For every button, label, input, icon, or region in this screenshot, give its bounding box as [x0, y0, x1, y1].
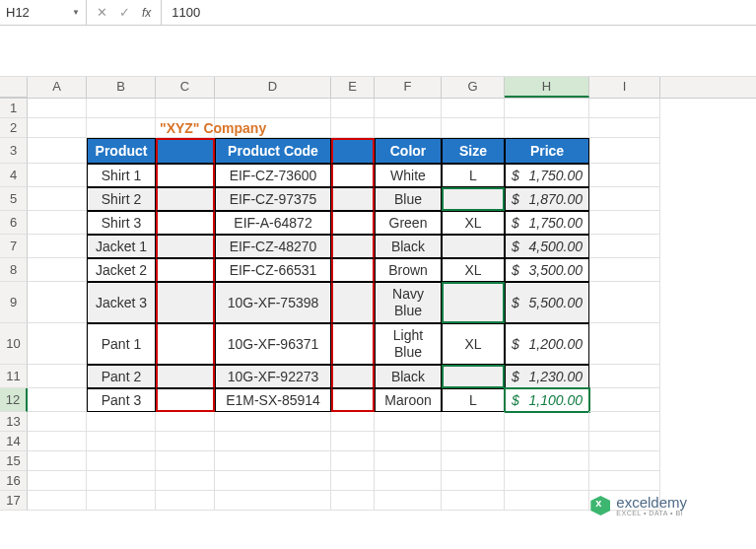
cell-I3[interactable]	[589, 138, 660, 164]
col-header-E[interactable]: E	[331, 77, 375, 98]
cell-G15[interactable]	[442, 451, 505, 471]
color-cell[interactable]: Blue	[375, 187, 442, 211]
cell-G17[interactable]	[442, 491, 505, 511]
cell-A9[interactable]	[28, 282, 87, 323]
cell-F14[interactable]	[375, 432, 442, 451]
cell-A15[interactable]	[28, 451, 87, 471]
cell-C15[interactable]	[156, 451, 215, 471]
row-header-5[interactable]: 5	[0, 187, 28, 211]
company-title[interactable]: "XYZ" Company	[156, 118, 215, 138]
empty-e-cell[interactable]	[331, 282, 375, 323]
cell-C17[interactable]	[156, 491, 215, 511]
cell-F13[interactable]	[375, 412, 442, 432]
row-header-12[interactable]: 12	[0, 388, 28, 412]
color-cell[interactable]: Black	[375, 235, 442, 258]
color-cell[interactable]: Navy Blue	[375, 282, 442, 323]
cell-I2[interactable]	[589, 118, 660, 138]
cell-G1[interactable]	[442, 99, 505, 118]
cell-E15[interactable]	[331, 451, 375, 471]
empty-e-cell[interactable]	[331, 211, 375, 235]
empty-c-cell[interactable]	[156, 388, 215, 412]
cell-B2[interactable]	[87, 118, 156, 138]
empty-e-cell[interactable]	[331, 323, 375, 365]
product-cell[interactable]: Shirt 1	[87, 164, 156, 187]
table-header-D[interactable]: Product Code	[215, 138, 331, 164]
price-cell[interactable]: $1,870.00	[505, 187, 589, 211]
row-header-7[interactable]: 7	[0, 235, 28, 258]
col-header-H[interactable]: H	[505, 77, 589, 98]
cell-A1[interactable]	[28, 99, 87, 118]
cell-B1[interactable]	[87, 99, 156, 118]
cell-C13[interactable]	[156, 412, 215, 432]
row-header-1[interactable]: 1	[0, 99, 28, 118]
row-header-6[interactable]: 6	[0, 211, 28, 235]
color-cell[interactable]: Light Blue	[375, 323, 442, 365]
price-cell[interactable]: $1,200.00	[505, 323, 589, 365]
color-cell[interactable]: Green	[375, 211, 442, 235]
cell-H14[interactable]	[505, 432, 589, 451]
cell-A2[interactable]	[28, 118, 87, 138]
cell-A14[interactable]	[28, 432, 87, 451]
code-cell[interactable]: 10G-XF-92273	[215, 365, 331, 388]
product-cell[interactable]: Pant 3	[87, 388, 156, 412]
cell-G13[interactable]	[442, 412, 505, 432]
row-header-14[interactable]: 14	[0, 432, 28, 451]
cell-A5[interactable]	[28, 187, 87, 211]
empty-c-cell[interactable]	[156, 365, 215, 388]
cell-G14[interactable]	[442, 432, 505, 451]
empty-e-cell[interactable]	[331, 187, 375, 211]
cell-A8[interactable]	[28, 258, 87, 282]
cell-I16[interactable]	[589, 471, 660, 491]
cancel-icon[interactable]: ✕	[97, 5, 107, 20]
col-header-I[interactable]: I	[589, 77, 660, 98]
row-header-8[interactable]: 8	[0, 258, 28, 282]
row-header-11[interactable]: 11	[0, 365, 28, 388]
cell-A6[interactable]	[28, 211, 87, 235]
cell-F1[interactable]	[375, 99, 442, 118]
cell-C1[interactable]	[156, 99, 215, 118]
product-cell[interactable]: Pant 1	[87, 323, 156, 365]
row-header-4[interactable]: 4	[0, 164, 28, 187]
cell-D14[interactable]	[215, 432, 331, 451]
cell-I5[interactable]	[589, 187, 660, 211]
cell-E13[interactable]	[331, 412, 375, 432]
cell-A11[interactable]	[28, 365, 87, 388]
cell-I1[interactable]	[589, 99, 660, 118]
product-cell[interactable]: Jacket 3	[87, 282, 156, 323]
table-header-G[interactable]: Size	[442, 138, 505, 164]
cell-D16[interactable]	[215, 471, 331, 491]
name-box[interactable]: H12 ▼	[0, 0, 87, 25]
product-cell[interactable]: Jacket 2	[87, 258, 156, 282]
cell-F15[interactable]	[375, 451, 442, 471]
price-cell[interactable]: $1,750.00	[505, 211, 589, 235]
row-header-13[interactable]: 13	[0, 412, 28, 432]
cell-H2[interactable]	[505, 118, 589, 138]
empty-e-cell[interactable]	[331, 388, 375, 412]
cell-I10[interactable]	[589, 323, 660, 365]
cell-F2[interactable]	[375, 118, 442, 138]
size-cell[interactable]	[442, 187, 505, 211]
row-header-16[interactable]: 16	[0, 471, 28, 491]
price-cell[interactable]: $1,750.00	[505, 164, 589, 187]
cell-H1[interactable]	[505, 99, 589, 118]
code-cell[interactable]: E1M-SX-85914	[215, 388, 331, 412]
price-cell[interactable]: $1,230.00	[505, 365, 589, 388]
cell-A12[interactable]	[28, 388, 87, 412]
cell-A17[interactable]	[28, 491, 87, 511]
cell-A4[interactable]	[28, 164, 87, 187]
row-header-2[interactable]: 2	[0, 118, 28, 138]
cell-H16[interactable]	[505, 471, 589, 491]
chevron-down-icon[interactable]: ▼	[72, 8, 80, 17]
code-cell[interactable]: EIF-CZ-66531	[215, 258, 331, 282]
cell-I6[interactable]	[589, 211, 660, 235]
color-cell[interactable]: Black	[375, 365, 442, 388]
empty-c-cell[interactable]	[156, 235, 215, 258]
row-header-17[interactable]: 17	[0, 491, 28, 511]
cell-I9[interactable]	[589, 282, 660, 323]
col-header-A[interactable]: A	[28, 77, 87, 98]
size-cell[interactable]: L	[442, 164, 505, 187]
product-cell[interactable]: Shirt 3	[87, 211, 156, 235]
cell-I8[interactable]	[589, 258, 660, 282]
cell-I7[interactable]	[589, 235, 660, 258]
fx-icon[interactable]: fx	[142, 6, 151, 20]
